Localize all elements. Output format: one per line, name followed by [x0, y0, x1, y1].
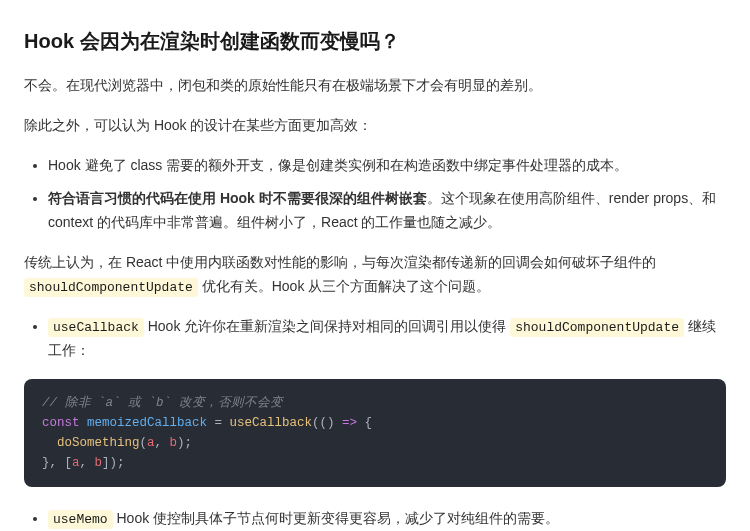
list-item-bold: 符合语言习惯的代码在使用 Hook 时不需要很深的组件树嵌套 [48, 190, 427, 206]
list-solutions-cont: useMemo Hook 使控制具体子节点何时更新变得更容易，减少了对纯组件的需… [24, 507, 726, 531]
list-efficiency: Hook 避免了 class 需要的额外开支，像是创建类实例和在构造函数中绑定事… [24, 154, 726, 235]
inline-code: useCallback [48, 318, 144, 337]
inline-code: shouldComponentUpdate [510, 318, 684, 337]
inline-code: useMemo [48, 510, 113, 529]
list-item: Hook 避免了 class 需要的额外开支，像是创建类实例和在构造函数中绑定事… [48, 154, 726, 178]
list-item: useMemo Hook 使控制具体子节点何时更新变得更容易，减少了对纯组件的需… [48, 507, 726, 531]
paragraph-efficiency: 除此之外，可以认为 Hook 的设计在某些方面更加高效： [24, 114, 726, 138]
list-item: useCallback Hook 允许你在重新渲染之间保持对相同的回调引用以使得… [48, 315, 726, 363]
list-item: 符合语言习惯的代码在使用 Hook 时不需要很深的组件树嵌套。这个现象在使用高阶… [48, 187, 726, 235]
inline-code: shouldComponentUpdate [24, 278, 198, 297]
paragraph-intro: 不会。在现代浏览器中，闭包和类的原始性能只有在极端场景下才会有明显的差别。 [24, 74, 726, 98]
heading: Hook 会因为在渲染时创建函数而变慢吗？ [24, 24, 726, 58]
code-block: // 除非 `a` 或 `b` 改变，否则不会变 const memoizedC… [24, 379, 726, 487]
list-solutions: useCallback Hook 允许你在重新渲染之间保持对相同的回调引用以使得… [24, 315, 726, 363]
paragraph-tradition: 传统上认为，在 React 中使用内联函数对性能的影响，与每次渲染都传递新的回调… [24, 251, 726, 299]
